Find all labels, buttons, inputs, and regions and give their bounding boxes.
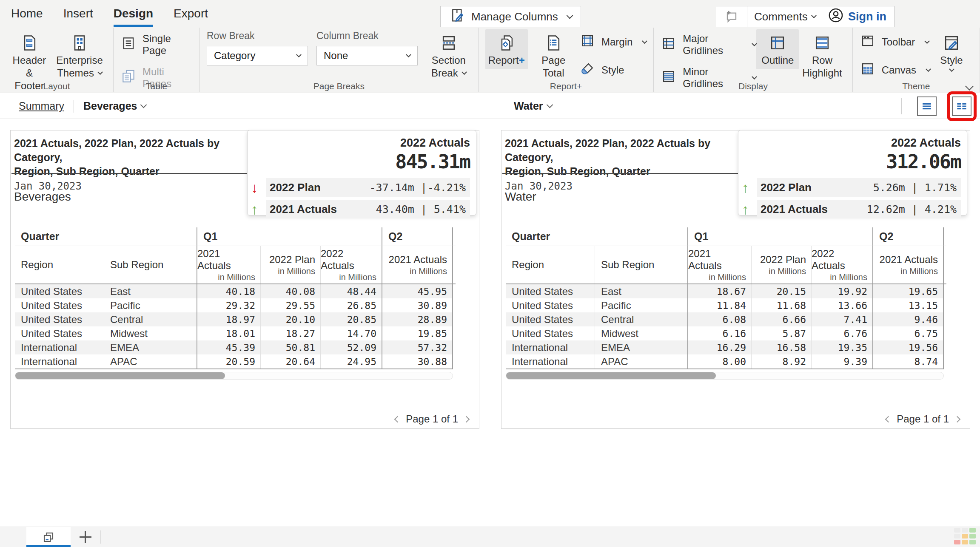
column-break-label: Column Break [316, 30, 418, 42]
theme-style-button[interactable]: Style [930, 29, 973, 75]
page-total-button[interactable]: Page Total [528, 29, 579, 82]
kpi-delta-value: 12.62m | [846, 203, 918, 215]
kpi-value: 845.31m [251, 150, 470, 173]
measure-header: 2021 Actualsin Millions [197, 246, 260, 283]
region-header: Region [506, 246, 595, 283]
horizontal-scrollbar[interactable] [15, 372, 453, 380]
manage-columns-button[interactable]: Manage Columns [440, 6, 581, 27]
measure-header: 2021 Actualsin Millions [872, 246, 944, 283]
value-cell: 19.85 [382, 326, 453, 340]
row-break-select[interactable]: Category [207, 46, 308, 65]
value-cell: 18.27 [260, 326, 320, 340]
tab-insert[interactable]: Insert [63, 7, 93, 27]
subregion-cell: Central [104, 312, 197, 326]
category-label: Water [505, 190, 536, 204]
outline-button[interactable]: Outline [756, 29, 799, 69]
measure-header: 2021 Actualsin Millions [687, 246, 751, 283]
region-cell: International [15, 340, 104, 354]
kpi-comparison-row: ↓2022 Plan-37.14m |-4.21% [251, 178, 470, 197]
q2-header: Q2 [382, 227, 453, 246]
previous-page-chevron-icon[interactable] [394, 416, 401, 422]
single-page-button[interactable]: Single Page [120, 33, 193, 57]
table-header-row-quarters: Quarter Q1 Q2 [506, 227, 946, 246]
previous-page-chevron-icon[interactable] [885, 416, 892, 422]
toolbar-theme-button[interactable]: Toolbar [860, 33, 930, 51]
group-display: Major Gridlines Minor Gridlines Outline [654, 28, 852, 92]
row-highlight-button[interactable]: Row Highlight [799, 29, 845, 82]
scrollbar-thumb[interactable] [15, 372, 225, 379]
table-body: United StatesEast40.1840.0848.4445.95Uni… [15, 284, 453, 369]
value-cell: 50.81 [260, 340, 320, 354]
comments-dropdown[interactable]: Comments [747, 6, 823, 27]
enterprise-themes-button[interactable]: Enterprise Themes [53, 29, 106, 82]
value-cell: 9.39 [811, 354, 872, 368]
value-cell: 20.15 [751, 284, 811, 298]
group-label: Layout [0, 81, 113, 91]
plus-sign: + [519, 54, 525, 67]
subregion-cell: EMEA [104, 340, 197, 354]
canvas-theme-button[interactable]: Canvas [860, 61, 930, 79]
region-cell: United States [15, 326, 104, 340]
horizontal-scrollbar[interactable] [506, 372, 944, 380]
margin-button[interactable]: Margin [579, 33, 647, 51]
page-tab-active[interactable] [26, 527, 71, 547]
value-cell: 18.67 [687, 284, 751, 298]
section-break-button[interactable]: Section Break [426, 29, 471, 82]
single-column-view-button[interactable] [917, 96, 937, 116]
report-plus-button[interactable]: Report+ [485, 29, 528, 69]
value-cell: 40.18 [197, 284, 260, 298]
kpi-card: 2022 Actuals 312.06m ↑2022 Plan5.26m |1.… [738, 130, 967, 215]
add-comment-button[interactable] [716, 6, 747, 27]
scrollbar-thumb[interactable] [506, 372, 716, 379]
group-theme: Toolbar Canvas Style Theme [853, 28, 980, 92]
sign-in-label: Sign in [848, 10, 886, 23]
kpi-card: 2022 Actuals 845.31m ↓2022 Plan-37.14m |… [247, 130, 476, 215]
tab-water-label: Water [514, 100, 543, 112]
tab-beverages[interactable]: Beverages [83, 100, 146, 112]
measure-header: 2022 Actualsin Millions [811, 246, 872, 283]
active-tab-underline [26, 545, 71, 547]
group-page-breaks: Row Break Category Column Break None Se [200, 28, 479, 92]
column-break-select[interactable]: None [316, 46, 418, 65]
button-label: Major Gridlines [683, 33, 742, 57]
chevron-down-icon [140, 102, 147, 108]
up-arrow-icon: ↑ [251, 202, 266, 216]
comments-label: Comments [754, 10, 808, 23]
page-total-icon [544, 32, 563, 54]
subregion-cell: APAC [595, 354, 687, 368]
value-cell: 18.97 [197, 312, 260, 326]
table-row: United StatesEast40.1840.0848.4445.95 [15, 284, 453, 298]
sign-in-button[interactable]: Sign in [819, 6, 895, 27]
page-indicator: Page 1 of 1 [406, 413, 458, 425]
quarter-header: Quarter [506, 230, 687, 243]
table-header-row-measures: Region Sub Region 2021 Actualsin Million… [506, 246, 946, 284]
chevron-down-icon [567, 12, 573, 19]
button-label: Page Total [533, 54, 574, 79]
tab-design[interactable]: Design [114, 7, 153, 27]
kpi-row-stripe: 2022 Plan-37.14m |-4.21% [266, 178, 470, 197]
two-column-view-button[interactable] [952, 96, 971, 116]
table-header-row-measures: Region Sub Region 2021 Actualsin Million… [15, 246, 456, 284]
tab-water[interactable]: Water [514, 100, 552, 112]
kpi-value: 312.06m [742, 150, 961, 173]
chevron-down-icon [462, 69, 467, 75]
value-cell: 14.70 [320, 326, 382, 340]
tab-export[interactable]: Export [174, 7, 208, 27]
button-label: Highlight [802, 67, 842, 79]
add-page-button[interactable] [71, 527, 100, 547]
ribbon: Home Insert Design Export Manage Columns… [0, 0, 980, 93]
next-page-chevron-icon[interactable] [463, 416, 470, 422]
region-cell: United States [506, 298, 595, 312]
style-button[interactable]: Style [579, 61, 647, 79]
chevron-down-icon [406, 52, 411, 57]
major-gridlines-button[interactable]: Major Gridlines [661, 33, 756, 57]
value-cell: 20.85 [320, 312, 382, 326]
kpi-comparison-label: 2021 Actuals [270, 203, 355, 216]
tab-summary[interactable]: Summary [19, 100, 64, 112]
tab-home[interactable]: Home [11, 7, 43, 27]
value-cell: 28.89 [382, 312, 453, 326]
value-cell: 48.44 [320, 284, 382, 298]
next-page-chevron-icon[interactable] [954, 416, 961, 422]
value-cell: 6.16 [687, 326, 751, 340]
person-icon [827, 6, 845, 27]
